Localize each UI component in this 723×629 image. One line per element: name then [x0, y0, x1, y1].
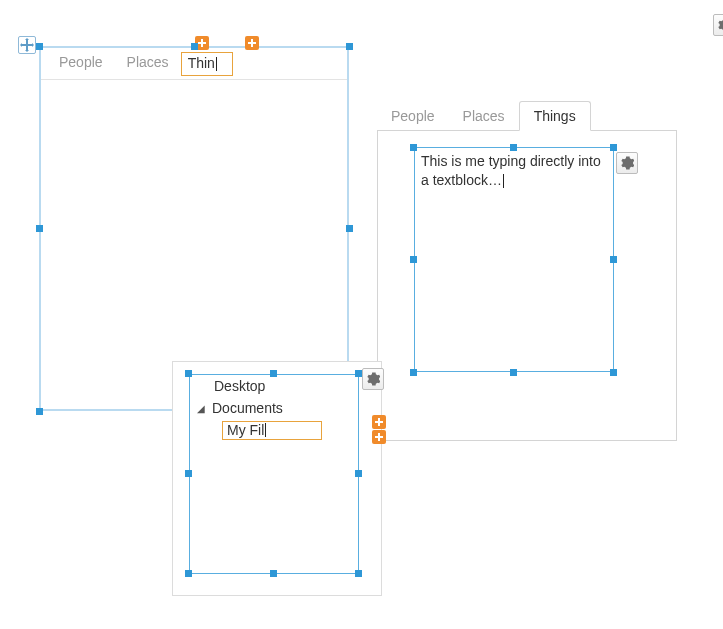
resize-handle[interactable] — [355, 370, 362, 377]
tree-node-edit-input[interactable]: My Fil — [222, 421, 322, 440]
resize-handle[interactable] — [346, 225, 353, 232]
tree-node-editing[interactable]: My Fil — [190, 419, 358, 441]
resize-handle[interactable] — [410, 256, 417, 263]
plus-icon — [197, 38, 207, 48]
insert-after-button[interactable] — [245, 36, 259, 50]
move-handle[interactable] — [18, 36, 36, 54]
tab-strip: People Places Thin — [41, 48, 347, 80]
tab-people[interactable]: People — [377, 102, 449, 130]
resize-handle[interactable] — [185, 470, 192, 477]
resize-handle[interactable] — [270, 570, 277, 577]
resize-handle[interactable] — [610, 256, 617, 263]
expander-icon[interactable]: ◢ — [196, 403, 206, 414]
gear-icon — [620, 156, 634, 170]
resize-handle[interactable] — [510, 144, 517, 151]
resize-handle[interactable] — [346, 43, 353, 50]
resize-handle[interactable] — [355, 470, 362, 477]
resize-handle[interactable] — [410, 144, 417, 151]
resize-handle[interactable] — [510, 369, 517, 376]
plus-icon — [374, 417, 384, 427]
settings-button[interactable] — [713, 14, 723, 36]
tab-editing-input[interactable]: Thin — [181, 52, 233, 76]
resize-handle[interactable] — [191, 43, 198, 50]
textblock-editing[interactable]: This is me typing directly into a textbl… — [414, 147, 614, 372]
move-icon — [20, 38, 34, 52]
tree-node-documents[interactable]: ◢ Documents — [190, 397, 358, 419]
resize-handle[interactable] — [410, 369, 417, 376]
plus-icon — [247, 38, 257, 48]
tab-content: This is me typing directly into a textbl… — [377, 131, 677, 441]
tab-places[interactable]: Places — [115, 48, 181, 79]
resize-handle[interactable] — [610, 369, 617, 376]
tabcontrol-editing[interactable]: People Places Thin — [39, 46, 349, 411]
resize-handle[interactable] — [36, 43, 43, 50]
settings-button[interactable] — [616, 152, 638, 174]
tab-things[interactable]: Things — [519, 101, 591, 131]
tree-node-desktop[interactable]: Desktop — [190, 375, 358, 397]
resize-handle[interactable] — [36, 408, 43, 415]
tree-node-label: Desktop — [214, 378, 265, 394]
resize-handle[interactable] — [185, 570, 192, 577]
treeview[interactable]: Desktop ◢ Documents My Fil — [189, 374, 359, 574]
resize-handle[interactable] — [355, 570, 362, 577]
resize-handle[interactable] — [610, 144, 617, 151]
tree-node-label: Documents — [212, 400, 283, 416]
resize-handle[interactable] — [185, 370, 192, 377]
insert-after-button[interactable] — [372, 430, 386, 444]
gear-icon — [717, 18, 723, 32]
tab-places[interactable]: Places — [449, 102, 519, 130]
resize-handle[interactable] — [270, 370, 277, 377]
tab-people[interactable]: People — [47, 48, 115, 79]
plus-icon — [374, 432, 384, 442]
gear-icon — [366, 372, 380, 386]
settings-button[interactable] — [362, 368, 384, 390]
tab-strip: People Places Things — [377, 101, 677, 131]
treeview-panel: Desktop ◢ Documents My Fil — [172, 361, 382, 596]
insert-before-button[interactable] — [372, 415, 386, 429]
resize-handle[interactable] — [36, 225, 43, 232]
